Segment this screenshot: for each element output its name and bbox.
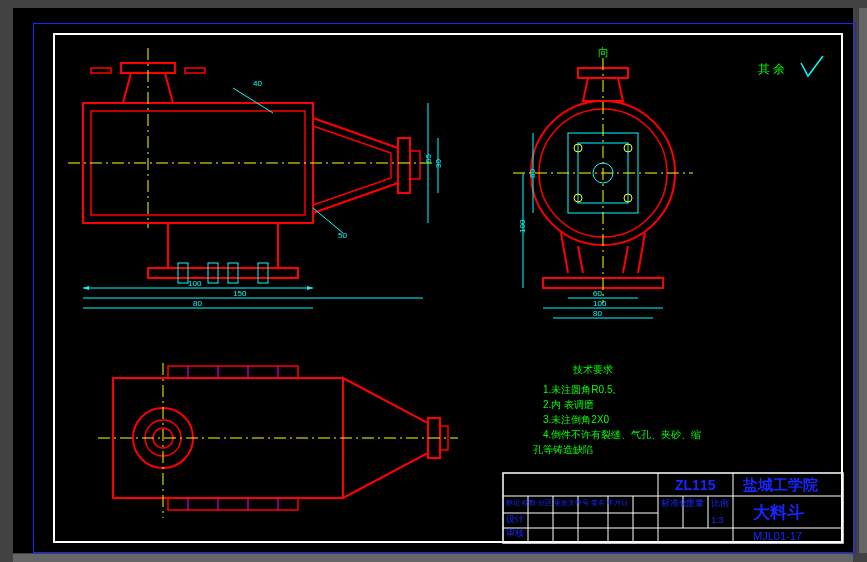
svg-text:60: 60 (593, 289, 602, 298)
svg-rect-16 (258, 263, 268, 283)
horizontal-scrollbar[interactable] (13, 554, 853, 562)
title-block: ZL115 盐城工学院 大料斗 MJL01-17 1:3 标记 处数 分区 更改… (503, 473, 843, 543)
tech-line-2: 2.内 表调磨 (543, 399, 594, 410)
svg-text:标准化: 标准化 (660, 498, 688, 508)
svg-text:比例: 比例 (711, 498, 729, 508)
svg-text:100: 100 (518, 219, 527, 233)
svg-line-40 (623, 246, 628, 273)
svg-rect-13 (178, 263, 188, 283)
svg-text:50: 50 (338, 231, 347, 240)
tech-line-4: 4.倒件不许有裂缝、气孔、夹砂、缩 (543, 429, 701, 440)
part-name: 大料斗 (753, 503, 804, 522)
svg-line-22 (233, 88, 273, 113)
svg-rect-5 (185, 68, 205, 73)
tech-title: 技术要求 (572, 364, 613, 375)
svg-marker-24 (83, 286, 89, 290)
header-labels: 标记 处数 分区 更改文件号 签名 年月日 (505, 499, 628, 507)
svg-line-23 (313, 208, 343, 233)
svg-text:80: 80 (593, 309, 602, 318)
svg-rect-15 (228, 263, 238, 283)
surface-text: 其 余 (758, 62, 785, 76)
svg-text:审核: 审核 (506, 528, 524, 538)
svg-line-37 (561, 233, 568, 273)
tech-requirements: 技术要求 1.未注圆角R0.5。 2.内 表调磨 3.未注倒角2X0 4.倒件不… (533, 364, 701, 455)
svg-text:65: 65 (424, 154, 433, 163)
svg-line-39 (638, 233, 645, 273)
svg-line-38 (578, 246, 583, 273)
top-view (98, 363, 458, 518)
scale: 1:3 (711, 515, 724, 525)
tech-line-1: 1.未注圆角R0.5。 (543, 384, 622, 395)
svg-rect-6 (398, 138, 410, 193)
drawing-svg: 技术要求 1.未注圆角R0.5。 2.内 表调磨 3.未注倒角2X0 4.倒件不… (13, 8, 853, 553)
institution: 盐城工学院 (742, 476, 818, 493)
tech-line-5: 孔等铸造缺陷 (533, 444, 593, 455)
front-view (513, 58, 693, 318)
svg-text:150: 150 (233, 289, 247, 298)
svg-text:100: 100 (188, 279, 202, 288)
product-code: ZL115 (675, 477, 716, 493)
svg-text:重量: 重量 (686, 498, 704, 508)
vertical-scrollbar[interactable] (859, 8, 867, 553)
drawing-no: MJL01-17 (753, 530, 802, 542)
view-label: 向 (598, 46, 609, 58)
svg-rect-8 (148, 268, 298, 278)
svg-rect-14 (208, 263, 218, 283)
svg-text:设计: 设计 (506, 514, 524, 524)
svg-rect-7 (410, 151, 420, 179)
svg-text:30: 30 (434, 159, 443, 168)
svg-text:100: 100 (593, 299, 607, 308)
svg-rect-4 (91, 68, 111, 73)
tech-line-3: 3.未注倒角2X0 (543, 414, 610, 425)
svg-text:80: 80 (193, 299, 202, 308)
cad-canvas[interactable]: 技术要求 1.未注圆角R0.5。 2.内 表调磨 3.未注倒角2X0 4.倒件不… (13, 8, 853, 553)
svg-text:40: 40 (253, 79, 262, 88)
svg-text:60: 60 (528, 169, 537, 178)
svg-marker-25 (307, 286, 313, 290)
surface-finish: 其 余 (758, 56, 823, 76)
